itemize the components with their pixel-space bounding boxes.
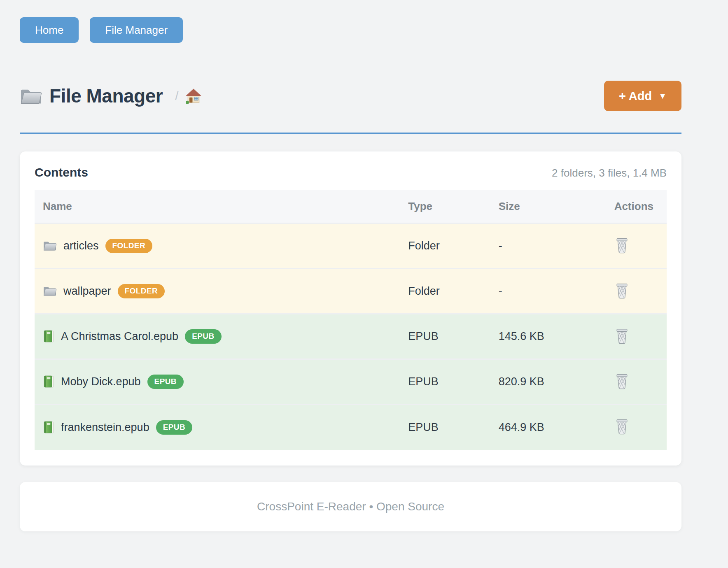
title-divider xyxy=(20,133,681,134)
add-button[interactable]: + Add ▼ xyxy=(604,81,681,111)
delete-button[interactable] xyxy=(614,281,630,300)
file-name[interactable]: wallpaper xyxy=(63,285,111,298)
table-header-row: Name Type Size Actions xyxy=(35,190,667,223)
contents-card: Contents 2 folders, 3 files, 1.4 MB Name… xyxy=(20,151,681,466)
book-icon xyxy=(43,375,54,388)
delete-button[interactable] xyxy=(614,417,630,435)
file-size: 820.9 KB xyxy=(490,359,606,405)
file-size: - xyxy=(490,223,606,269)
trash-icon xyxy=(615,418,629,435)
table-row: Moby Dick.epub EPUB EPUB 820.9 KB xyxy=(35,359,667,405)
chevron-down-icon: ▼ xyxy=(658,92,667,100)
page-title: File Manager xyxy=(49,85,163,107)
delete-button[interactable] xyxy=(614,326,630,345)
epub-badge: EPUB xyxy=(147,375,184,389)
file-type: Folder xyxy=(400,269,490,314)
breadcrumb-separator: / xyxy=(175,89,178,103)
footer-card: CrossPoint E-Reader • Open Source xyxy=(20,482,681,531)
add-button-label: + Add xyxy=(619,89,652,103)
trash-icon xyxy=(615,327,629,344)
book-icon xyxy=(43,421,54,434)
file-name[interactable]: frankenstein.epub xyxy=(61,421,149,434)
file-name[interactable]: A Christmas Carol.epub xyxy=(61,330,178,343)
file-size: 145.6 KB xyxy=(490,314,606,359)
book-icon xyxy=(43,330,54,343)
delete-button[interactable] xyxy=(614,372,630,390)
column-header-actions: Actions xyxy=(606,190,667,223)
page: Home File Manager File Manager / + Add ▼… xyxy=(0,0,728,568)
epub-badge: EPUB xyxy=(156,420,192,435)
contents-summary: 2 folders, 3 files, 1.4 MB xyxy=(552,167,667,179)
trash-icon xyxy=(615,282,629,299)
nav-home-button[interactable]: Home xyxy=(20,17,79,43)
file-type: Folder xyxy=(400,223,490,269)
folder-icon xyxy=(20,87,42,105)
table-row: wallpaper FOLDER Folder - xyxy=(35,269,667,314)
file-size: 464.9 KB xyxy=(490,405,606,450)
nav-file-manager-button[interactable]: File Manager xyxy=(90,17,183,43)
folder-icon xyxy=(43,240,57,251)
column-header-type: Type xyxy=(400,190,490,223)
table-row: articles FOLDER Folder - xyxy=(35,223,667,269)
contents-heading: Contents xyxy=(35,165,88,179)
epub-badge: EPUB xyxy=(185,329,221,344)
folder-badge: FOLDER xyxy=(118,284,165,298)
breadcrumb: / xyxy=(175,88,201,104)
folder-icon xyxy=(43,285,57,297)
table-row: A Christmas Carol.epub EPUB EPUB 145.6 K… xyxy=(35,314,667,359)
house-icon[interactable] xyxy=(185,88,202,104)
trash-icon xyxy=(615,237,629,254)
file-name[interactable]: Moby Dick.epub xyxy=(61,375,141,388)
file-name[interactable]: articles xyxy=(63,240,99,252)
folder-badge: FOLDER xyxy=(105,239,153,253)
delete-button[interactable] xyxy=(614,236,630,254)
table-row: frankenstein.epub EPUB EPUB 464.9 KB xyxy=(35,405,667,450)
column-header-name: Name xyxy=(35,190,400,223)
file-type: EPUB xyxy=(400,405,490,450)
trash-icon xyxy=(615,372,629,389)
file-type: EPUB xyxy=(400,359,490,405)
column-header-size: Size xyxy=(490,190,606,223)
file-type: EPUB xyxy=(400,314,490,359)
page-header: File Manager / + Add ▼ xyxy=(20,81,681,111)
file-size: - xyxy=(490,269,606,314)
footer-text: CrossPoint E-Reader • Open Source xyxy=(257,500,444,513)
top-nav: Home File Manager xyxy=(20,17,681,43)
files-table: Name Type Size Actions articles FOLDER F… xyxy=(35,190,667,450)
